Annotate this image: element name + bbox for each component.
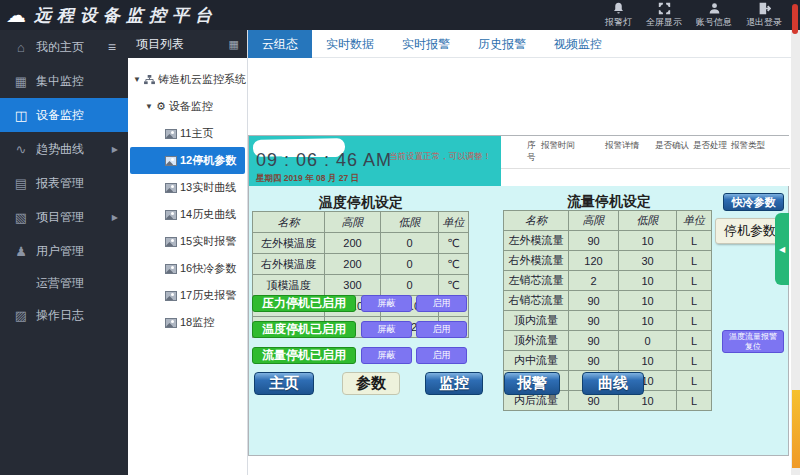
sidebar-item-oplog[interactable]: ▨ 操作日志 bbox=[0, 298, 128, 332]
sidebar-item-device-monitor[interactable]: ◫ 设备监控 bbox=[0, 98, 128, 132]
scrollbar-thumb-red[interactable] bbox=[792, 4, 798, 34]
table-cell: L bbox=[677, 331, 712, 351]
sidebar-item-report[interactable]: ▤ 报表管理 bbox=[0, 166, 128, 200]
tree-leaf-11[interactable]: 11主页 bbox=[128, 120, 247, 147]
sitemap-icon bbox=[144, 75, 155, 85]
gear-icon: ⚙ bbox=[156, 100, 166, 113]
temp-shutdown-status[interactable]: 温度停机已启用 bbox=[252, 321, 356, 338]
tree-node-label: 设备监控 bbox=[169, 99, 213, 114]
flow-enable-button[interactable]: 启用 bbox=[416, 347, 467, 364]
tab-history-alarm[interactable]: 历史报警 bbox=[464, 30, 540, 58]
temp-enable-button[interactable]: 启用 bbox=[416, 321, 467, 338]
alarm-col-detail: 报警详情 bbox=[605, 140, 651, 164]
table-row: 右外模温度2000℃ bbox=[253, 254, 469, 275]
project-icon: ▧ bbox=[12, 210, 30, 225]
nav-params-button[interactable]: 参数 bbox=[342, 372, 400, 395]
tree-node-root[interactable]: ▼ 铸造机云监控系统 bbox=[128, 66, 247, 93]
sidebar-item-central-monitor[interactable]: ▦ 集中监控 bbox=[0, 64, 128, 98]
pressure-shutdown-status[interactable]: 压力停机已启用 bbox=[252, 295, 356, 312]
sidebar-item-users[interactable]: ♟ 用户管理 bbox=[0, 234, 128, 268]
account-info-button[interactable]: 账号信息 bbox=[696, 2, 732, 29]
log-icon: ▨ bbox=[12, 308, 30, 323]
table-cell: L bbox=[677, 391, 712, 411]
picture-icon bbox=[165, 210, 177, 220]
table-row: 顶外流量900L bbox=[504, 331, 712, 351]
temp-shutdown-table: 名称 高限 低限 单位 左外模温度2000℃右外模温度2000℃顶模温度3000… bbox=[252, 211, 469, 338]
sidebar-item-label: 趋势曲线 bbox=[36, 141, 84, 158]
tree-leaf-18[interactable]: 18监控 bbox=[128, 309, 247, 336]
table-row: 右外模流量12030L bbox=[504, 251, 712, 271]
pressure-enable-button[interactable]: 启用 bbox=[416, 295, 467, 312]
nav-monitor-button[interactable]: 监控 bbox=[425, 372, 483, 395]
status-message: 当前设置正常，可以调整！ bbox=[389, 151, 491, 163]
sidebar-item-trend-curve[interactable]: ∿ 趋势曲线 ▶ bbox=[0, 132, 128, 166]
logout-button[interactable]: 退出登录 bbox=[746, 2, 782, 29]
reset-button-line2: 复位 bbox=[745, 342, 761, 352]
table-cell: L bbox=[677, 371, 712, 391]
alarm-col-type: 报警类型 bbox=[727, 140, 765, 164]
chevron-left-icon: ◀ bbox=[779, 245, 785, 254]
page-scrollbar[interactable] bbox=[791, 0, 800, 475]
temp-flow-alarm-reset-button[interactable]: 温度流量报警 复位 bbox=[722, 330, 784, 353]
alarm-table-header: 序号 报警时间 报警详情 是否确认 是否处理 报警类型 bbox=[501, 136, 790, 169]
tree-node-label: 11主页 bbox=[180, 126, 213, 141]
tree-leaf-12-active[interactable]: 12停机参数 bbox=[130, 147, 245, 174]
table-cell: 顶外流量 bbox=[504, 331, 569, 351]
table-header-row: 名称 高限 低限 单位 bbox=[253, 212, 469, 233]
nav-home-button[interactable]: 主页 bbox=[254, 372, 314, 395]
panel-collapse-handle[interactable]: ◀ bbox=[775, 213, 789, 285]
tree-leaf-16[interactable]: 16快冷参数 bbox=[128, 255, 247, 282]
central-monitor-icon: ▦ bbox=[12, 74, 30, 89]
table-cell: 0 bbox=[619, 331, 677, 351]
table-cell: 右外模温度 bbox=[253, 254, 325, 275]
tree-leaf-17[interactable]: 17历史报警 bbox=[128, 282, 247, 309]
trend-curve-icon: ∿ bbox=[12, 142, 30, 157]
nav-curve-button[interactable]: 曲线 bbox=[582, 372, 644, 395]
tree-node-label: 17历史报警 bbox=[180, 288, 236, 303]
tab-realtime-data[interactable]: 实时数据 bbox=[312, 30, 388, 58]
sidebar-item-home[interactable]: ⌂ 我的主页 ≡ bbox=[0, 30, 128, 64]
tree-node-group[interactable]: ▼ ⚙ 设备监控 bbox=[128, 93, 247, 120]
table-cell: L bbox=[677, 271, 712, 291]
tab-video-monitor[interactable]: 视频监控 bbox=[540, 30, 616, 58]
table-cell: 200 bbox=[325, 254, 381, 275]
pressure-mask-button[interactable]: 屏蔽 bbox=[361, 295, 412, 312]
table-header-row: 名称 高限 低限 单位 bbox=[504, 211, 712, 231]
table-row: 左销芯流量210L bbox=[504, 271, 712, 291]
table-row: 左外模流量9010L bbox=[504, 231, 712, 251]
hamburger-icon[interactable]: ≡ bbox=[108, 39, 116, 55]
sidebar-item-operations[interactable]: 运营管理 bbox=[0, 268, 128, 298]
user-icon bbox=[708, 2, 721, 15]
table-cell: 200 bbox=[325, 233, 381, 254]
quick-cool-params-button[interactable]: 快冷参数 bbox=[723, 193, 784, 211]
fullscreen-button[interactable]: 全屏显示 bbox=[646, 2, 682, 29]
flow-mask-button[interactable]: 屏蔽 bbox=[361, 347, 412, 364]
tree-leaf-14[interactable]: 14历史曲线 bbox=[128, 201, 247, 228]
tab-cloud-config[interactable]: 云组态 bbox=[248, 30, 312, 58]
tree-node-label: 18监控 bbox=[180, 315, 214, 330]
temp-mask-button[interactable]: 屏蔽 bbox=[361, 321, 412, 338]
tab-realtime-alarm[interactable]: 实时报警 bbox=[388, 30, 464, 58]
table-cell: 2 bbox=[569, 271, 619, 291]
bell-icon bbox=[612, 2, 625, 15]
table-cell: 10 bbox=[619, 351, 677, 371]
tree-node-label: 15实时报警 bbox=[180, 234, 236, 249]
sidebar-item-project[interactable]: ▧ 项目管理 ▶ bbox=[0, 200, 128, 234]
nav-alarm-button[interactable]: 报警 bbox=[504, 372, 560, 395]
chevron-down-icon[interactable]: ▼ bbox=[133, 75, 141, 84]
chevron-right-icon: ▶ bbox=[112, 145, 118, 154]
home-icon: ⌂ bbox=[12, 40, 30, 55]
sidebar-item-label: 操作日志 bbox=[36, 307, 84, 324]
alarm-lamp-button[interactable]: 报警灯 bbox=[605, 2, 632, 29]
picture-icon bbox=[165, 291, 177, 301]
tree-leaf-15[interactable]: 15实时报警 bbox=[128, 228, 247, 255]
alarm-col-confirm: 是否确认 bbox=[651, 140, 689, 164]
alarm-col-time: 报警时间 bbox=[527, 140, 605, 164]
list-icon[interactable]: ▦ bbox=[229, 38, 239, 51]
tree-leaf-13[interactable]: 13实时曲线 bbox=[128, 174, 247, 201]
flow-shutdown-status[interactable]: 流量停机已启用 bbox=[252, 347, 356, 364]
table-row: 顶内流量9010L bbox=[504, 311, 712, 331]
chevron-down-icon[interactable]: ▼ bbox=[145, 102, 153, 111]
table-cell: L bbox=[677, 291, 712, 311]
table-cell: 10 bbox=[619, 271, 677, 291]
